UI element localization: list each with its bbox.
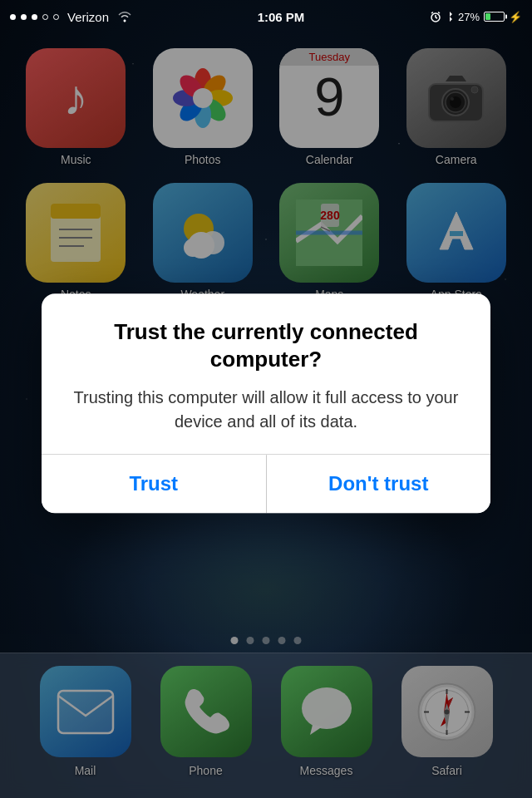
svg-line-3	[431, 12, 433, 14]
status-left: Verizon	[10, 10, 132, 24]
wifi-icon	[117, 11, 132, 22]
signal-dot-2	[21, 14, 27, 20]
signal-dot-3	[32, 14, 37, 20]
signal-dot-5	[53, 14, 59, 20]
status-bar: Verizon 1:06 PM 27% ⚡	[0, 0, 532, 33]
status-time: 1:06 PM	[258, 10, 305, 24]
battery-fill	[485, 13, 490, 20]
signal-dot-1	[10, 14, 16, 20]
battery-shell	[484, 12, 505, 22]
status-right: 27% ⚡	[430, 11, 522, 23]
alert-message: Trusting this computer will allow it ful…	[66, 386, 466, 434]
alert-buttons: Trust Don't trust	[42, 455, 490, 513]
alert-title: Trust the currently connected computer?	[66, 318, 466, 372]
signal-dot-4	[42, 14, 48, 20]
alarm-icon	[430, 11, 441, 22]
carrier-label: Verizon	[67, 10, 109, 24]
bluetooth-icon	[446, 11, 454, 22]
charging-icon: ⚡	[509, 11, 522, 23]
battery-percent: 27%	[458, 11, 480, 23]
trust-dialog: Trust the currently connected computer? …	[42, 293, 490, 513]
alert-content: Trust the currently connected computer? …	[42, 293, 490, 454]
svg-line-2	[436, 17, 437, 18]
dont-trust-button[interactable]: Don't trust	[267, 455, 491, 513]
battery-indicator	[484, 12, 505, 22]
trust-button[interactable]: Trust	[42, 455, 266, 513]
svg-line-4	[438, 12, 440, 14]
